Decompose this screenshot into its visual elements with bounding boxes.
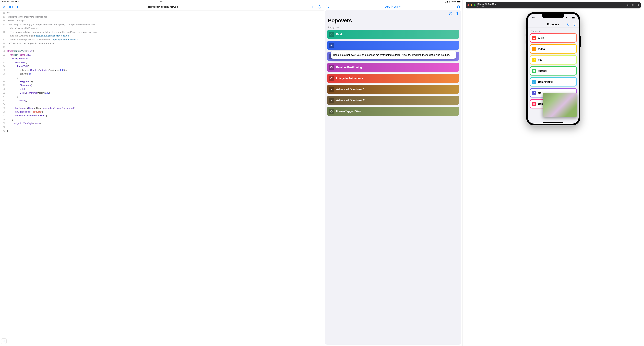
- documentation-fab-icon[interactable]: [1, 339, 6, 344]
- status-date: Tue Jan 9: [10, 1, 19, 3]
- wifi-icon: [569, 17, 571, 18]
- home-indicator[interactable]: [543, 122, 563, 123]
- ipad-status-bar: 9:41 AM Tue Jan 9 •••: [0, 0, 324, 3]
- iphone-screen: 9:41 Popovers Showroom Alert Video: [528, 14, 578, 124]
- preview-h1: Popovers: [325, 17, 461, 24]
- card-label: Basic: [336, 33, 343, 36]
- phone-time: 9:41: [531, 16, 535, 19]
- card-lifecycle[interactable]: Lifecycle Animations: [327, 74, 459, 83]
- signal-icon: [566, 17, 568, 18]
- svg-rect-8: [460, 1, 460, 2]
- card-under-popover[interactable]: [327, 41, 459, 50]
- device-icon[interactable]: [573, 22, 576, 26]
- svg-rect-14: [331, 34, 332, 35]
- play-icon: [532, 47, 536, 51]
- svg-point-2: [319, 7, 319, 7]
- battery-icon: [572, 17, 576, 18]
- card-label: Tip: [538, 58, 542, 61]
- swift-playgrounds-editor: 9:41 AM Tue Jan 9 ••• PopoversPlayground…: [0, 0, 324, 346]
- phone-section-label: Showroom: [528, 28, 578, 33]
- card-tutorial[interactable]: Tutorial: [530, 66, 577, 75]
- svg-rect-0: [10, 6, 12, 8]
- svg-point-16: [331, 110, 332, 111]
- preview-canvas: Popovers Playground Basic Hello! I'm a p…: [325, 10, 461, 345]
- card-label: Alert: [538, 36, 544, 39]
- preview-nav-buttons: [325, 10, 461, 17]
- close-icon[interactable]: [2, 5, 6, 9]
- card-frame-tagged[interactable]: Frame-Tagged View: [327, 107, 459, 116]
- question-icon: [532, 69, 536, 73]
- svg-rect-15: [330, 66, 332, 68]
- x-icon: [329, 98, 334, 103]
- lightbulb-icon: [532, 58, 536, 62]
- code-editor[interactable]: 1213141516171819202122232425262728293031…: [0, 10, 324, 346]
- status-time: 9:41 AM: [2, 1, 10, 3]
- code-body[interactable]: /** Welcome to the Popovers example app!…: [7, 11, 324, 346]
- popover-text: Hello! I'm a popover. You can dismiss me…: [333, 53, 450, 56]
- layout-icon: [329, 65, 334, 70]
- home-indicator[interactable]: [149, 345, 174, 345]
- arrows-icon: [329, 43, 334, 48]
- add-icon[interactable]: [311, 5, 314, 9]
- editor-toolbar: PopoversPlaygroundApp: [0, 3, 324, 10]
- picture-in-picture-overlay[interactable]: [542, 93, 577, 117]
- simulator-titlebar[interactable]: iPhone 13 Pro Max iOS 15.2: [466, 2, 640, 8]
- external-icon[interactable]: [636, 4, 639, 7]
- popover-bubble[interactable]: Hello! I'm a popover. You can dismiss me…: [330, 51, 456, 59]
- eyedropper-icon: [532, 80, 536, 84]
- expand-icon[interactable]: [326, 5, 330, 9]
- xcode-simulator-pane: iPhone 13 Pro Max iOS 15.2 9:41 Popovers: [462, 0, 644, 346]
- tag-icon: [329, 109, 334, 114]
- wifi-icon: [448, 1, 451, 3]
- card-label: Frame-Tagged View: [336, 110, 362, 113]
- card-video[interactable]: Video: [530, 44, 577, 53]
- card-alert[interactable]: Alert: [530, 33, 577, 42]
- card-label: Lifecycle Animations: [336, 77, 363, 80]
- svg-rect-17: [632, 4, 634, 6]
- preview-status-bar: 100%: [324, 0, 462, 3]
- sidebar-toggle-icon[interactable]: [9, 5, 13, 9]
- preview-toolbar: App Preview: [324, 3, 462, 10]
- card-label: Color Picker: [538, 80, 553, 83]
- svg-point-26: [534, 59, 535, 60]
- card-tip[interactable]: Tip: [530, 55, 577, 64]
- phone-scrollview[interactable]: Showroom Alert Video Tip Tutorial Color …: [528, 28, 578, 124]
- window-traffic-lights[interactable]: [468, 4, 476, 6]
- svg-rect-7: [457, 1, 460, 2]
- devices-icon[interactable]: [456, 4, 460, 9]
- signal-icon: [445, 1, 448, 2]
- card-label: No: [538, 91, 542, 94]
- app-preview-pane: 100% App Preview Popovers Playground Bas…: [324, 0, 462, 346]
- notch: [542, 14, 564, 18]
- preview-card-list: Basic Hello! I'm a popover. You can dism…: [325, 30, 461, 116]
- card-label: Tutorial: [538, 69, 547, 72]
- svg-rect-13: [456, 12, 458, 15]
- home-icon[interactable]: [626, 4, 629, 7]
- iphone-device-frame: 9:41 Popovers Showroom Alert Video: [526, 12, 580, 125]
- screenshot-icon[interactable]: [632, 4, 634, 7]
- card-advanced-2[interactable]: Advanced Dismissal 2: [327, 96, 459, 105]
- playground-handle-icon[interactable]: •••: [160, 0, 164, 3]
- info-icon[interactable]: [449, 12, 452, 16]
- svg-rect-23: [575, 17, 575, 18]
- svg-rect-22: [572, 17, 574, 18]
- phone-nav-title: Popovers: [547, 23, 559, 26]
- card-relative[interactable]: Relative Positioning: [327, 63, 459, 72]
- sim-device-name: iPhone 13 Pro Max: [478, 3, 496, 5]
- info-icon[interactable]: [567, 22, 570, 26]
- x-icon: [329, 87, 334, 92]
- card-color-picker[interactable]: Color Picker: [530, 77, 577, 86]
- phone-navbar: Popovers: [528, 21, 578, 28]
- card-label: Relative Positioning: [336, 66, 362, 69]
- card-advanced-1[interactable]: Advanced Dismissal 1: [327, 85, 459, 94]
- battery-pct: 100%: [451, 1, 456, 3]
- more-icon[interactable]: [318, 5, 321, 9]
- bell-icon: [532, 91, 536, 95]
- battery-icon: [457, 1, 460, 3]
- device-icon[interactable]: [455, 12, 458, 16]
- line-gutter: 1213141516171819202122232425262728293031…: [0, 11, 7, 346]
- card-basic[interactable]: Basic: [327, 30, 459, 39]
- alert-icon: [532, 36, 536, 40]
- play-icon[interactable]: [16, 5, 20, 9]
- card-label: Video: [538, 47, 545, 50]
